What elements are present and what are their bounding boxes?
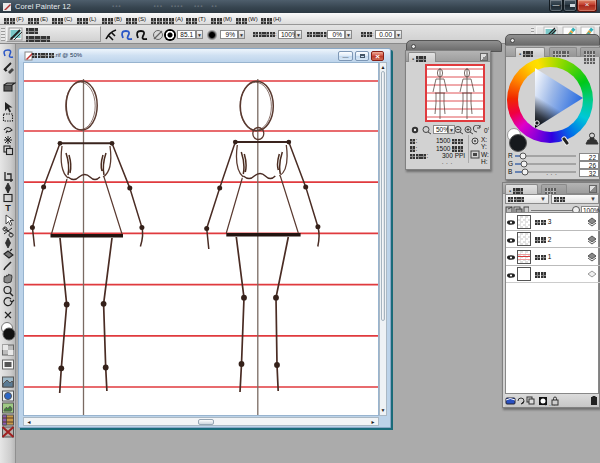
svg-text:T: T: [5, 203, 11, 213]
svg-text:0°: 0°: [484, 127, 489, 134]
